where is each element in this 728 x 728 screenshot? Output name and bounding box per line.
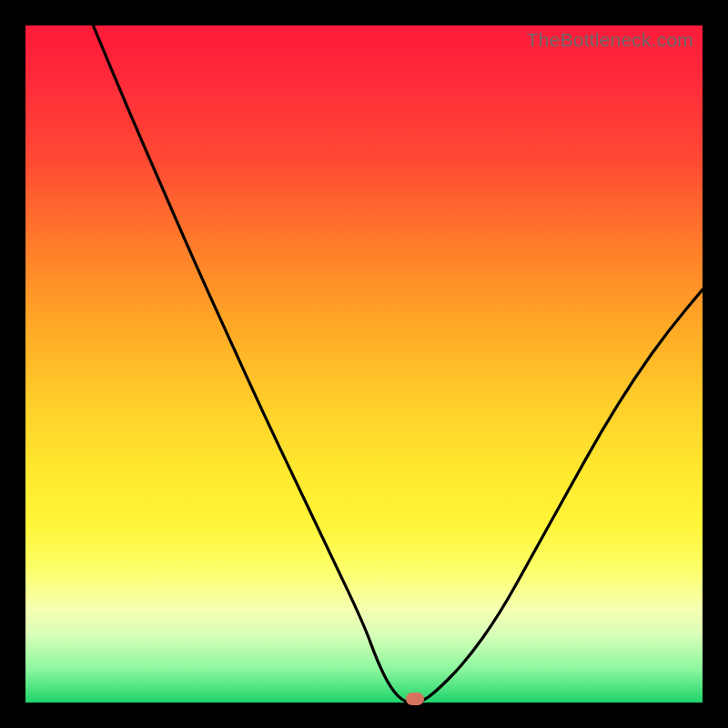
plot-area: TheBottleneck.com xyxy=(25,25,703,703)
optimal-marker xyxy=(406,693,424,705)
curve-layer xyxy=(25,25,703,703)
chart-stage: TheBottleneck.com xyxy=(0,0,728,728)
bottleneck-curve-path xyxy=(93,25,703,703)
